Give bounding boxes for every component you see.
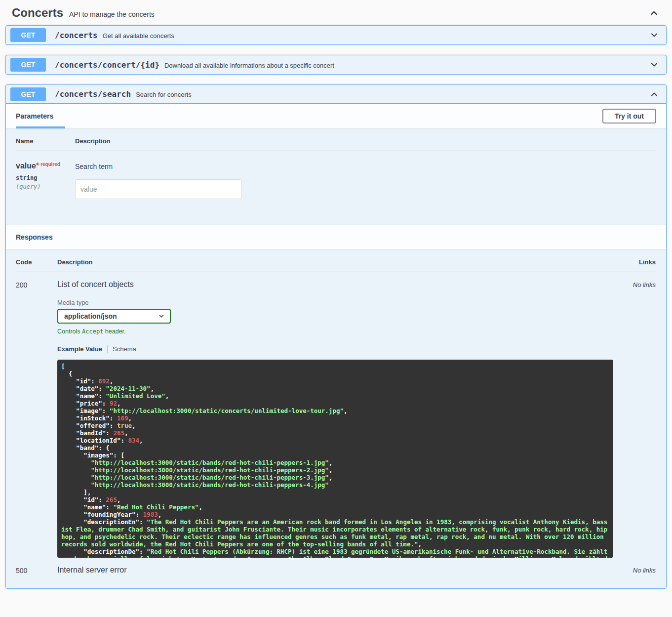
response-row-500: 500 Internal server error No links: [16, 566, 656, 575]
opblock-get-concert-by-id: GET /concerts/concert/{id} Download all …: [5, 55, 667, 75]
endpoint-path: /concerts/concert/{id}: [55, 60, 159, 70]
controls-accept-header-hint: Controls Accept header.: [57, 328, 613, 335]
responses-section-header: Responses: [6, 225, 666, 249]
required-label: required: [40, 162, 60, 167]
tag-subtitle: API to manage the concerts: [69, 10, 155, 18]
endpoint-summary: Download all available informations abou…: [164, 62, 334, 69]
opblock-get-concerts: GET /concerts Get all available concerts: [5, 25, 667, 45]
method-badge-get: GET: [10, 28, 46, 42]
response-description: List of concert objects: [57, 280, 613, 289]
param-name: value*required: [16, 162, 75, 170]
media-type-select[interactable]: application/json: [57, 309, 171, 324]
opblock-summary-get-concert-by-id[interactable]: GET /concerts/concert/{id} Download all …: [6, 55, 666, 74]
param-location: (query): [16, 183, 75, 190]
tab-example-value[interactable]: Example Value: [57, 345, 102, 353]
tab-separator: [107, 345, 108, 353]
response-links: No links: [613, 280, 656, 558]
responses-table: Code Description Links 200 List of conce…: [6, 249, 666, 588]
response-description: Internal server error: [57, 566, 613, 575]
response-code: 500: [16, 566, 57, 575]
parameters-title: Parameters: [16, 112, 53, 120]
collapse-chevron-up-icon[interactable]: [648, 88, 660, 100]
tag-section-header[interactable]: Concerts API to manage the concerts: [5, 0, 667, 25]
table-divider: [16, 151, 656, 151]
endpoint-path: /concerts: [55, 31, 98, 40]
example-json[interactable]: [ { "id": 892, "date": "2024-11-30", "na…: [57, 360, 613, 558]
endpoint-summary: Get all available concerts: [103, 32, 174, 40]
expand-chevron-down-icon[interactable]: [648, 59, 660, 71]
expand-chevron-down-icon[interactable]: [648, 29, 660, 41]
media-type-label: Media type: [57, 299, 613, 306]
opblock-summary-get-concerts[interactable]: GET /concerts Get all available concerts: [6, 26, 666, 44]
opblock-summary-get-concerts-search[interactable]: GET /concerts/search Search for concerts: [6, 85, 666, 104]
responses-title: Responses: [16, 233, 53, 241]
response-links: No links: [613, 566, 656, 575]
parameters-active-tab-underline: [16, 126, 65, 128]
endpoint-path: /concerts/search: [55, 89, 131, 99]
model-example-tabs: Example Value Schema: [57, 345, 613, 353]
parameters-section-header: Parameters Try it out: [6, 104, 666, 128]
table-divider: [16, 272, 656, 272]
media-type-selected-value: application/json: [64, 312, 117, 320]
tab-schema[interactable]: Schema: [113, 345, 136, 353]
parameters-table: Name Description value*required string (…: [6, 128, 666, 225]
parameter-row-value: value*required string (query) Search ter…: [16, 162, 656, 199]
resp-col-header-description: Description: [57, 258, 613, 266]
chevron-down-icon: [158, 313, 165, 320]
resp-col-header-code: Code: [16, 258, 57, 266]
tag-title: Concerts: [12, 6, 63, 20]
resp-col-header-links: Links: [613, 258, 656, 266]
param-value-input[interactable]: [75, 179, 242, 199]
response-row-200: 200 List of concert objects Media type a…: [16, 280, 656, 558]
method-badge-get: GET: [10, 87, 46, 101]
opblock-get-concerts-search: GET /concerts/search Search for concerts…: [5, 84, 667, 589]
required-asterisk: *: [36, 162, 39, 170]
method-badge-get: GET: [10, 58, 46, 72]
param-type: string: [16, 174, 75, 181]
collapse-tag-chevron-up-icon[interactable]: [648, 7, 660, 19]
try-it-out-button[interactable]: Try it out: [602, 109, 656, 123]
param-col-header-name: Name: [16, 137, 75, 145]
response-code: 200: [16, 280, 57, 558]
param-col-header-description: Description: [75, 137, 656, 145]
endpoint-summary: Search for concerts: [136, 91, 192, 98]
opblock-body: Parameters Try it out Name Description v…: [6, 104, 666, 588]
param-description: Search term: [75, 163, 656, 170]
